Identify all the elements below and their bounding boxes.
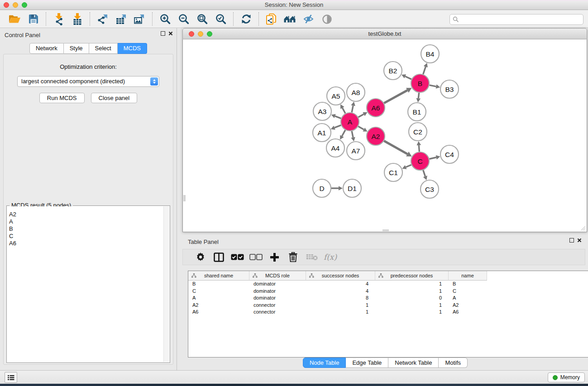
close-panel-icon[interactable] xyxy=(168,31,173,36)
import-table-icon[interactable] xyxy=(68,11,86,27)
cell-successor-nodes[interactable]: 4 xyxy=(306,281,375,288)
edge-C-C4[interactable] xyxy=(429,157,436,159)
cell-shared-name[interactable]: A2 xyxy=(188,302,249,309)
cell-MCDS-role[interactable]: dominator xyxy=(249,295,306,302)
zoom-out-icon[interactable] xyxy=(174,11,193,27)
edge-A-A8[interactable] xyxy=(352,105,353,112)
gear-icon[interactable] xyxy=(191,250,210,264)
resize-grip-icon[interactable] xyxy=(580,225,586,231)
edge-A-A1[interactable] xyxy=(335,125,341,128)
edge-A2-C[interactable] xyxy=(384,141,407,154)
cell-predecessor-nodes[interactable]: 1 xyxy=(375,302,449,309)
table-row[interactable]: A2connector11A2 xyxy=(188,302,588,309)
result-item[interactable]: B xyxy=(9,225,162,233)
column-header-predecessor-nodes[interactable]: predecessor nodes xyxy=(375,271,449,281)
tab-edge-table[interactable]: Edge Table xyxy=(346,357,388,368)
duplicate-network-icon[interactable] xyxy=(262,11,281,27)
zoom-selected-icon[interactable] xyxy=(211,11,230,27)
home-icon[interactable] xyxy=(281,11,299,27)
edge-A-A3[interactable] xyxy=(335,116,341,119)
network-close-button[interactable] xyxy=(189,31,194,37)
edge-B-B2[interactable] xyxy=(405,76,411,79)
function-builder-button[interactable]: f(x) xyxy=(321,250,339,264)
tab-network-table[interactable]: Network Table xyxy=(388,357,439,368)
close-table-panel-icon[interactable] xyxy=(577,238,582,243)
cell-name[interactable]: A2 xyxy=(449,302,487,309)
refresh-icon[interactable] xyxy=(237,11,255,27)
open-file-icon[interactable] xyxy=(5,11,24,27)
column-header-name[interactable]: name xyxy=(449,271,487,281)
cell-predecessor-nodes[interactable]: 1 xyxy=(375,281,449,288)
edge-A-A2[interactable] xyxy=(358,126,364,129)
tab-select[interactable]: Select xyxy=(89,43,118,54)
minimize-window-button[interactable] xyxy=(13,2,18,8)
edge-B-B3[interactable] xyxy=(430,85,436,86)
cell-name[interactable]: A xyxy=(449,295,487,302)
cell-shared-name[interactable]: B xyxy=(188,281,249,288)
run-mcds-button[interactable]: Run MCDS xyxy=(39,93,85,103)
cell-MCDS-role[interactable]: connector xyxy=(249,309,306,316)
float-table-panel-icon[interactable] xyxy=(569,238,574,243)
import-network-icon[interactable] xyxy=(49,11,68,27)
cell-name[interactable]: B xyxy=(449,281,487,288)
close-panel-button[interactable]: Close panel xyxy=(91,93,138,103)
edge-B-B4[interactable] xyxy=(423,67,426,74)
table-row[interactable]: Bdominator41B xyxy=(188,281,588,288)
tab-style[interactable]: Style xyxy=(64,43,89,54)
tab-node-table[interactable]: Node Table xyxy=(303,357,346,368)
table-row[interactable]: Cdominator41C xyxy=(188,288,588,295)
cell-predecessor-nodes[interactable]: 1 xyxy=(375,288,449,295)
columns-icon[interactable] xyxy=(210,250,228,264)
edge-C-C2[interactable] xyxy=(419,145,419,152)
cell-shared-name[interactable]: A6 xyxy=(188,309,249,316)
close-window-button[interactable] xyxy=(4,2,9,8)
network-minimize-button[interactable] xyxy=(198,31,203,37)
table-row[interactable]: Adominator80A xyxy=(188,295,588,302)
result-item[interactable]: A6 xyxy=(9,240,162,247)
network-window-titlebar[interactable]: testGlobe.txt xyxy=(182,28,587,39)
result-scrollbar[interactable] xyxy=(163,206,169,362)
export-network-icon[interactable] xyxy=(93,11,112,27)
export-table-icon[interactable] xyxy=(112,11,130,27)
cell-MCDS-role[interactable]: dominator xyxy=(249,281,306,288)
tab-network[interactable]: Network xyxy=(29,43,64,54)
search-input[interactable] xyxy=(459,15,583,24)
edge-C-C3[interactable] xyxy=(423,170,425,176)
deselect-all-icon[interactable] xyxy=(247,250,265,264)
column-header-MCDS-role[interactable]: MCDS role xyxy=(249,271,306,281)
horizontal-scroll-mark[interactable] xyxy=(382,229,389,231)
column-header-successor-nodes[interactable]: successor nodes xyxy=(306,271,375,281)
edge-A-A7[interactable] xyxy=(352,131,353,138)
edge-C-C1[interactable] xyxy=(406,165,411,167)
export-image-icon[interactable] xyxy=(130,11,149,27)
hide-panel-eye-icon[interactable] xyxy=(299,11,318,27)
tab-mcds[interactable]: MCDS xyxy=(118,43,147,54)
cell-successor-nodes[interactable]: 1 xyxy=(306,302,375,309)
result-item[interactable]: A2 xyxy=(9,211,162,218)
cell-successor-nodes[interactable]: 4 xyxy=(306,288,375,295)
edge-A-A6[interactable] xyxy=(358,114,363,117)
delete-table-icon[interactable] xyxy=(302,250,321,264)
zoom-in-icon[interactable] xyxy=(156,11,174,27)
memory-button[interactable]: Memory xyxy=(548,372,585,382)
zoom-window-button[interactable] xyxy=(22,2,27,8)
add-row-icon[interactable] xyxy=(265,250,284,264)
cell-name[interactable]: C xyxy=(449,288,487,295)
edge-A-A5[interactable] xyxy=(342,108,345,113)
network-canvas[interactable]: AA1A3A4A5A7A8A6A2BB1B2B3B4CC1C2C3C4DD1 xyxy=(182,39,587,232)
cell-successor-nodes[interactable]: 8 xyxy=(306,295,375,302)
vertical-scroll-mark[interactable] xyxy=(183,195,186,201)
tab-motifs[interactable]: Motifs xyxy=(439,357,468,368)
float-panel-icon[interactable] xyxy=(161,31,165,36)
result-item[interactable]: A xyxy=(9,218,162,225)
network-zoom-button[interactable] xyxy=(207,31,212,37)
cell-name[interactable]: A6 xyxy=(449,309,487,316)
table-row[interactable]: A6connector11A6 xyxy=(188,309,588,316)
search-box[interactable] xyxy=(449,14,583,25)
edge-B-B1[interactable] xyxy=(418,93,419,98)
result-item[interactable]: C xyxy=(9,233,162,240)
save-session-icon[interactable] xyxy=(24,11,43,27)
cell-predecessor-nodes[interactable]: 1 xyxy=(375,309,449,316)
select-all-icon[interactable] xyxy=(228,250,247,264)
edge-A6-B[interactable] xyxy=(384,90,407,103)
